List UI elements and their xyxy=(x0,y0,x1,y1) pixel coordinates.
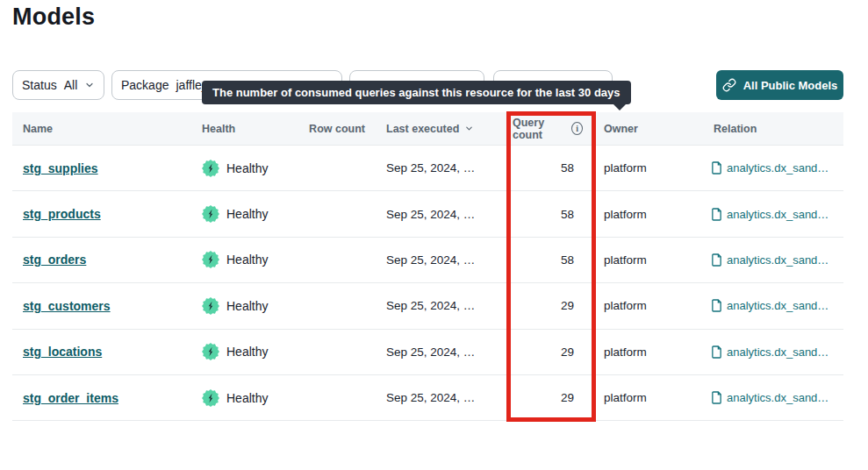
query-count-cell: 29 xyxy=(495,345,583,359)
column-header-relation[interactable]: Relation xyxy=(692,123,843,135)
last-executed-cell: Sep 25, 2024, … xyxy=(372,391,495,404)
query-count-cell: 29 xyxy=(495,391,583,404)
relation-cell[interactable]: analytics.dx_sand… xyxy=(692,208,843,221)
healthy-badge-icon xyxy=(202,160,219,177)
relation-link[interactable]: analytics.dx_sand… xyxy=(727,391,829,404)
model-name-link[interactable]: stg_locations xyxy=(23,345,102,359)
status-filter-value: All xyxy=(64,78,78,92)
table-row: stg_order_items Healthy Sep 25, 2024, … … xyxy=(12,375,843,421)
model-name-link[interactable]: stg_orders xyxy=(23,253,86,267)
column-header-row-count[interactable]: Row count xyxy=(307,123,372,135)
all-public-models-button[interactable]: All Public Models xyxy=(716,70,843,100)
models-page: Models Status All Package jaffle_ All Pu… xyxy=(0,0,868,470)
query-count-cell: 58 xyxy=(495,161,583,174)
status-filter-label: Status xyxy=(22,78,57,92)
models-table: Name Health Row count Last executed Quer… xyxy=(12,112,843,421)
health-cell: Healthy xyxy=(202,297,307,315)
file-icon xyxy=(711,345,722,359)
owner-cell: platform xyxy=(583,391,692,404)
last-executed-cell: Sep 25, 2024, … xyxy=(372,345,495,359)
column-header-last-executed[interactable]: Last executed xyxy=(372,123,495,135)
relation-cell[interactable]: analytics.dx_sand… xyxy=(692,391,843,404)
owner-cell: platform xyxy=(583,253,692,267)
health-status-text: Healthy xyxy=(226,299,268,313)
info-icon[interactable]: i xyxy=(571,122,583,135)
relation-link[interactable]: analytics.dx_sand… xyxy=(727,299,829,312)
sort-chevron-icon[interactable] xyxy=(464,124,474,133)
column-header-name[interactable]: Name xyxy=(12,123,202,135)
relation-link[interactable]: analytics.dx_sand… xyxy=(727,208,829,221)
relation-cell[interactable]: analytics.dx_sand… xyxy=(692,345,843,359)
model-name-link[interactable]: stg_customers xyxy=(23,299,111,313)
last-executed-cell: Sep 25, 2024, … xyxy=(372,208,495,221)
healthy-badge-icon xyxy=(202,297,219,315)
relation-cell[interactable]: analytics.dx_sand… xyxy=(692,161,843,174)
healthy-badge-icon xyxy=(202,389,219,407)
file-icon xyxy=(711,253,722,267)
table-body: stg_supplies Healthy Sep 25, 2024, … 58 … xyxy=(12,146,843,421)
healthy-badge-icon xyxy=(202,251,219,268)
health-cell: Healthy xyxy=(202,389,307,407)
health-status-text: Healthy xyxy=(226,391,268,405)
health-status-text: Healthy xyxy=(226,345,268,359)
health-status-text: Healthy xyxy=(226,161,268,175)
health-status-text: Healthy xyxy=(226,253,268,267)
health-cell: Healthy xyxy=(202,251,307,268)
table-row: stg_orders Healthy Sep 25, 2024, … 58 pl… xyxy=(12,238,843,283)
health-cell: Healthy xyxy=(202,343,307,360)
query-count-cell: 29 xyxy=(495,299,583,312)
owner-cell: platform xyxy=(583,161,692,174)
healthy-badge-icon xyxy=(202,343,219,360)
health-status-text: Healthy xyxy=(226,207,268,221)
package-filter-label: Package xyxy=(121,78,169,92)
page-title: Models xyxy=(12,4,95,31)
owner-cell: platform xyxy=(583,345,692,359)
last-executed-label: Last executed xyxy=(386,123,459,135)
file-icon xyxy=(711,161,722,174)
model-name-link[interactable]: stg_supplies xyxy=(23,161,98,175)
file-icon xyxy=(711,299,722,312)
owner-cell: platform xyxy=(583,208,692,221)
relation-cell[interactable]: analytics.dx_sand… xyxy=(692,299,843,312)
model-name-link[interactable]: stg_order_items xyxy=(23,391,118,405)
health-cell: Healthy xyxy=(202,160,307,177)
owner-cell: platform xyxy=(583,299,692,312)
query-count-cell: 58 xyxy=(495,208,583,221)
table-row: stg_supplies Healthy Sep 25, 2024, … 58 … xyxy=(12,146,843,191)
table-row: stg_locations Healthy Sep 25, 2024, … 29… xyxy=(12,330,843,375)
query-count-cell: 58 xyxy=(495,253,583,267)
chevron-down-icon xyxy=(84,80,95,90)
health-cell: Healthy xyxy=(202,205,307,223)
column-header-owner[interactable]: Owner xyxy=(583,123,692,135)
relation-link[interactable]: analytics.dx_sand… xyxy=(727,161,829,174)
table-row: stg_products Healthy Sep 25, 2024, … 58 … xyxy=(12,191,843,237)
last-executed-cell: Sep 25, 2024, … xyxy=(372,299,495,312)
last-executed-cell: Sep 25, 2024, … xyxy=(372,161,495,174)
all-public-models-label: All Public Models xyxy=(743,79,838,92)
query-count-tooltip: The number of consumed queries against t… xyxy=(202,81,631,104)
status-filter-dropdown[interactable]: Status All xyxy=(12,70,104,100)
last-executed-cell: Sep 25, 2024, … xyxy=(372,253,495,267)
relation-cell[interactable]: analytics.dx_sand… xyxy=(692,253,843,267)
link-icon xyxy=(722,78,736,92)
healthy-badge-icon xyxy=(202,205,219,223)
model-name-link[interactable]: stg_products xyxy=(23,207,101,221)
relation-link[interactable]: analytics.dx_sand… xyxy=(727,253,829,267)
table-header-row: Name Health Row count Last executed Quer… xyxy=(12,112,843,146)
query-count-label: Query count xyxy=(513,117,567,141)
column-header-query-count[interactable]: Query count i xyxy=(495,117,583,141)
relation-link[interactable]: analytics.dx_sand… xyxy=(727,345,829,359)
column-header-health[interactable]: Health xyxy=(202,123,307,135)
table-row: stg_customers Healthy Sep 25, 2024, … 29… xyxy=(12,283,843,329)
file-icon xyxy=(711,208,722,221)
file-icon xyxy=(711,391,722,404)
